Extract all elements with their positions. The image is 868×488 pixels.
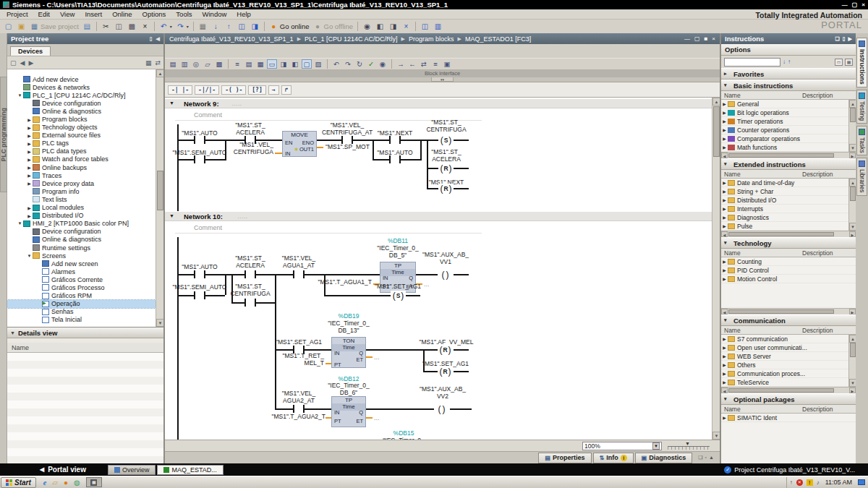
close-icon[interactable]: × [861,1,865,8]
volume-icon[interactable]: ♪ [817,479,820,486]
expand-networks-icon[interactable]: ◨ [278,59,289,69]
cut-button[interactable]: ✂ [100,21,112,32]
scroll-thumb[interactable] [850,343,856,357]
scroll-up-icon[interactable]: ▲ [156,69,163,77]
upload-from-device-button[interactable]: ↑ [223,21,235,32]
online-diagnostics-button[interactable]: ◉ [361,21,373,32]
instruction-item[interactable]: ▶Diagnostics [721,213,848,222]
tree-item[interactable]: Device configuration [7,228,156,236]
instruction-item[interactable]: ▶Communication proces... [721,369,848,378]
tab-info[interactable]: ⇅ Info i [593,453,634,463]
tag-label[interactable]: "MS1".T_RET_ MEL_T [272,352,324,367]
instruction-item[interactable]: ▶String + Char [721,187,848,196]
tree-item[interactable]: Online & diagnostics [7,236,156,244]
tree-item[interactable]: Senhas [7,308,156,316]
tree-item[interactable]: ▶PLC tags [7,140,156,147]
tree-expander-icon[interactable]: ▼ [17,221,23,226]
tag-label[interactable]: "MS1".ST_ CENTRIFUGA [420,119,472,133]
expander-icon[interactable]: ▶ [721,180,728,185]
et-ellipsis[interactable]: ... [424,281,430,288]
media-player-icon[interactable]: ● [64,479,68,487]
scroll-right-icon[interactable]: ▶ [849,388,856,393]
go-offline-button[interactable]: ●Go offline [312,21,355,32]
scroll-right-icon[interactable]: ▶ [849,309,856,314]
open-connection-icon[interactable]: ⇄ [155,59,161,67]
instruction-item[interactable]: ▶Pulse [721,222,848,231]
tag-label[interactable]: "MS1".ST_ ACELERA [229,121,272,136]
breadcrumb-block[interactable]: MAQ_ESTADO1 [FC3] [465,35,531,43]
ton-timer-block[interactable]: TON Time IN Q ET PT [331,337,366,368]
tag-label[interactable]: "MS1".T_AGUA1_T [312,278,372,286]
reset-coil[interactable]: R [438,163,454,173]
scroll-left-icon[interactable]: ◀ [721,231,728,237]
tree-item[interactable]: ▶Local modules [7,204,156,212]
project-status[interactable]: ✓ Project Centrifuga Ibaté_V13_REV10_V..… [724,466,855,474]
insert-network-icon[interactable]: ▤ [168,59,178,69]
tag-label[interactable]: "MS1".AUX_AB_ VV2 [417,385,469,400]
auto-collapse-icon[interactable]: ▯ [150,36,153,42]
rename-icon[interactable]: ▱ [203,59,213,69]
instruction-item[interactable]: ▶TeleService [721,378,848,387]
paste-button[interactable]: ▩ [126,21,138,32]
tree-item[interactable]: ▶Program blocks [7,115,156,123]
breadcrumb-project[interactable]: Centrifuga Ibaté_V13_REV10_V13_SP1_1 [169,35,294,43]
tree-expander-icon[interactable]: ▶ [26,149,33,154]
tree-expander-icon[interactable]: ▶ [26,125,33,130]
block-interface-handle[interactable]: ▾▾ [165,77,720,82]
no-contact[interactable] [194,155,205,163]
stop-cpu-button[interactable]: ◨ [249,21,261,32]
scroll-thumb[interactable] [728,388,834,393]
instruction-item[interactable]: ▶General [721,100,848,108]
redo-button[interactable]: ↷▾ [174,21,190,32]
db-name[interactable]: "IEC_Timer_0_ DB_5" [369,244,427,259]
network10-title[interactable]: Network 10: [184,213,223,221]
side-tab-instructions[interactable]: Instructions [856,38,867,87]
db-number[interactable]: %DB11 [373,237,423,244]
messenger-icon[interactable]: ◍ [74,479,80,487]
expander-icon[interactable]: ▶ [721,354,728,359]
expander-icon[interactable]: ▶ [721,189,728,194]
copy-button[interactable]: ◫ [113,21,125,32]
instruction-item[interactable]: ▶Others [721,361,848,369]
tree-expander-icon[interactable]: ▶ [26,173,33,178]
scroll-thumb[interactable] [850,108,856,122]
tab-properties[interactable]: ▤ Properties [538,453,591,463]
dock-icon[interactable]: ❏ [698,455,702,461]
tree-item[interactable]: Add new device [7,75,156,83]
tree-expander-icon[interactable]: ▶ [26,157,33,162]
favorite-empty-box[interactable]: [?] [248,85,265,95]
scroll-thumb[interactable] [713,106,720,157]
compile-button[interactable]: ▦ [197,21,209,32]
menu-online[interactable]: Online [107,9,137,19]
section-technology[interactable]: ▾ Technology [721,237,856,249]
section-hscrollbar[interactable]: ◀▶ [721,387,856,393]
download-to-device-button[interactable]: ↓ [210,21,222,32]
back-icon[interactable]: ◀ [20,59,25,67]
update-block-calls-icon[interactable]: ↻ [354,59,365,69]
favorite-open-branch[interactable]: → [268,85,279,95]
tag-label[interactable]: "MS1".VEL_ AGUA1_AT [276,254,322,269]
instruction-item[interactable]: ▶Date and time-of-day [721,179,848,187]
undo-button[interactable]: ↶▾ [158,21,174,32]
tag-label[interactable]: "MS1".VEL_ CENTRIFUGA_AT [318,121,376,136]
section-hscrollbar[interactable]: ◀▶ [721,231,856,237]
instruction-item[interactable]: ▶Counter operations [721,126,848,134]
editor-minimize-icon[interactable]: — [684,35,690,42]
tree-item[interactable]: Add new screen [7,260,156,267]
output-coil[interactable] [434,404,449,414]
instruction-item[interactable]: ▶Counting [721,257,856,266]
section-scrollbar[interactable]: ▲▼ [848,335,856,387]
set-coil[interactable]: S [391,291,406,300]
sort-ascending-icon[interactable]: ↑ [788,59,791,65]
no-contact[interactable] [389,155,401,163]
scroll-left-icon[interactable]: ◀ [721,153,728,158]
menu-insert[interactable]: Insert [80,9,107,19]
expander-icon[interactable]: ▶ [721,206,728,211]
tree-item[interactable]: ▼Screens [7,252,156,260]
section-favorites[interactable]: ▸ Favorites [721,68,856,80]
no-contact[interactable] [341,136,353,144]
scroll-thumb[interactable] [728,309,834,314]
tree-item[interactable]: Devices & networks [7,83,156,91]
expander-icon[interactable]: ▶ [721,110,728,115]
expander-icon[interactable]: ▶ [721,197,728,202]
